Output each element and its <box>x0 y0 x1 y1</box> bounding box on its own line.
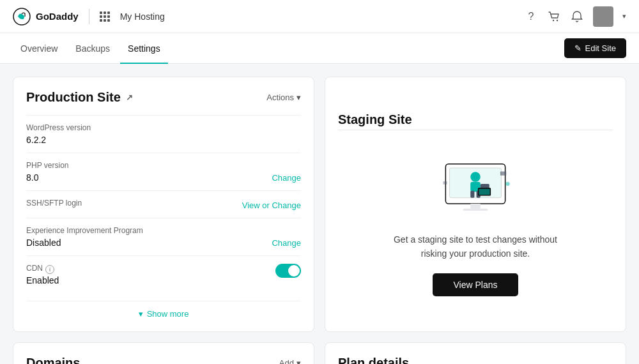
view-plans-button[interactable]: View Plans <box>433 273 518 296</box>
svg-point-16 <box>505 181 509 185</box>
cdn-info-icon[interactable]: i <box>45 265 54 274</box>
show-more-label: Show more <box>147 309 189 319</box>
nav-right: ? ▾ <box>524 6 626 27</box>
wp-version-row: WordPress version 6.2.2 <box>26 115 301 153</box>
logo-text: GoDaddy <box>36 11 79 22</box>
cdn-row: CDN i Enabled <box>26 255 301 293</box>
tab-overview[interactable]: Overview <box>13 34 65 64</box>
svg-rect-6 <box>463 208 488 210</box>
production-title-text: Production Site <box>26 90 121 105</box>
php-version-value: 8.0 <box>26 172 68 183</box>
svg-rect-13 <box>479 188 489 194</box>
logo[interactable]: GoDaddy <box>13 8 79 26</box>
avatar-chevron-icon[interactable]: ▾ <box>622 12 626 20</box>
cdn-toggle[interactable] <box>275 264 301 278</box>
svg-rect-15 <box>443 181 447 185</box>
staging-title: Staging Site <box>338 112 412 127</box>
bell-icon[interactable] <box>570 10 584 24</box>
eip-value: Disabled <box>26 238 143 248</box>
edit-site-button[interactable]: ✎ Edit Site <box>564 38 626 58</box>
svg-rect-14 <box>500 171 506 175</box>
cdn-value: Enabled <box>26 275 59 285</box>
cdn-label: CDN <box>26 264 43 273</box>
tab-backups[interactable]: Backups <box>68 34 118 64</box>
svg-point-7 <box>470 172 481 182</box>
edit-site-icon: ✎ <box>574 43 581 53</box>
tab-settings[interactable]: Settings <box>120 34 168 64</box>
svg-rect-5 <box>470 204 481 209</box>
top-nav: GoDaddy My Hosting ? ▾ <box>0 0 639 33</box>
cart-icon[interactable] <box>547 10 561 24</box>
avatar[interactable] <box>593 6 613 27</box>
production-title-row: Production Site ↗ Actions ▾ <box>26 90 301 105</box>
cdn-toggle-knob <box>288 265 300 277</box>
ssh-label: SSH/SFTP login <box>26 199 82 208</box>
domains-card: Domains Add ▾ 🔒 https:// PRIMARY ··· <box>13 342 314 364</box>
svg-point-2 <box>557 19 558 20</box>
actions-label: Actions <box>266 93 294 102</box>
godaddy-logo-icon <box>13 8 31 26</box>
show-more-chevron-icon: ▾ <box>139 309 143 319</box>
main-content: Production Site ↗ Actions ▾ WordPress ve… <box>0 64 639 364</box>
add-chevron-icon: ▾ <box>296 358 301 364</box>
external-link-icon[interactable]: ↗ <box>126 93 133 102</box>
edit-site-label: Edit Site <box>585 43 616 53</box>
domains-title: Domains <box>26 356 80 364</box>
php-version-label: PHP version <box>26 161 68 170</box>
actions-button[interactable]: Actions ▾ <box>266 93 301 102</box>
php-version-row: PHP version 8.0 Change <box>26 153 301 190</box>
nav-divider <box>89 9 89 24</box>
add-domain-button[interactable]: Add ▾ <box>279 358 301 364</box>
tab-list: Overview Backups Settings <box>13 33 168 63</box>
help-icon[interactable]: ? <box>524 10 538 24</box>
svg-point-1 <box>553 19 554 20</box>
my-hosting-label[interactable]: My Hosting <box>120 11 165 22</box>
staging-site-card: Staging Site <box>325 77 626 332</box>
eip-change-link[interactable]: Change <box>272 238 301 248</box>
svg-rect-9 <box>470 190 474 197</box>
production-title: Production Site ↗ <box>26 90 133 105</box>
staging-description: Get a staging site to test changes witho… <box>392 232 558 261</box>
staging-divider <box>338 130 613 130</box>
add-label: Add <box>279 358 294 364</box>
ssh-row: SSH/SFTP login View or Change <box>26 190 301 218</box>
production-site-card: Production Site ↗ Actions ▾ WordPress ve… <box>13 77 314 332</box>
plan-details-title: Plan details <box>338 356 613 364</box>
nav-left: GoDaddy My Hosting <box>13 8 165 26</box>
eip-row: Experience Improvement Program Disabled … <box>26 218 301 255</box>
show-more-button[interactable]: ▾ Show more <box>26 301 301 319</box>
wp-version-value: 6.2.2 <box>26 135 301 145</box>
actions-chevron-icon: ▾ <box>296 93 301 102</box>
wp-version-label: WordPress version <box>26 123 301 132</box>
ssh-change-link[interactable]: View or Change <box>242 201 301 210</box>
php-change-link[interactable]: Change <box>272 173 301 183</box>
domains-title-row: Domains Add ▾ <box>26 356 301 364</box>
staging-illustration <box>431 143 520 220</box>
grid-icon[interactable] <box>100 11 110 22</box>
plan-details-card: Plan details Basic <box>325 342 626 364</box>
eip-label: Experience Improvement Program <box>26 226 143 235</box>
sub-nav: Overview Backups Settings ✎ Edit Site <box>0 33 639 64</box>
